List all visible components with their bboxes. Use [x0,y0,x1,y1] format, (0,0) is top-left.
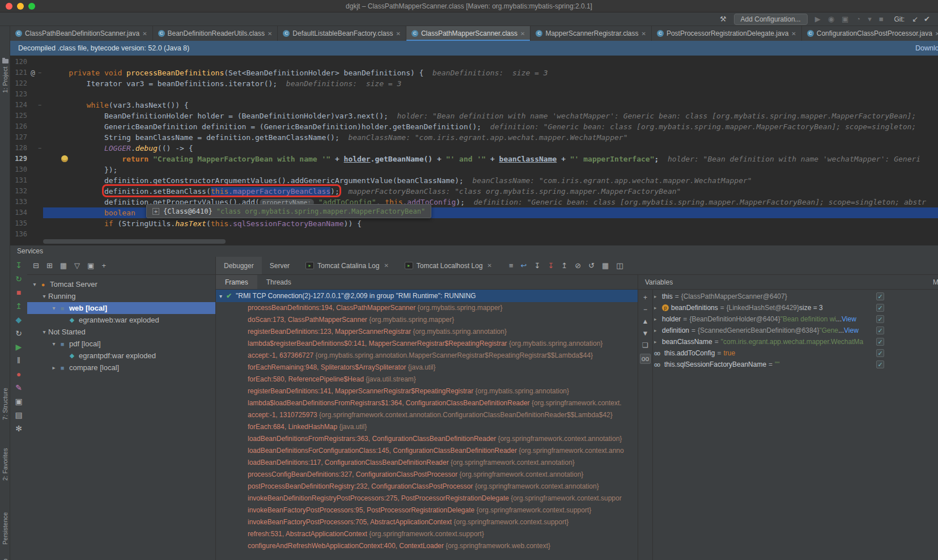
move-down-icon[interactable]: ▼ [642,330,649,337]
enabled-checkbox[interactable]: ✓ [876,315,884,323]
commit-icon[interactable]: ✔ [924,15,930,23]
editor-tab[interactable]: CMapperScannerRegistrar.class✕ [530,26,651,41]
fold-icon[interactable]: − [36,67,43,78]
stack-frame[interactable]: lambda$loadBeanDefinitionsFromRegistrars… [216,397,638,409]
debug-icon[interactable]: ◉ [828,15,834,23]
zoom-button[interactable] [28,3,35,10]
settings-icon[interactable]: ✻ [15,425,22,432]
stack-frame[interactable]: invokeBeanFactoryPostProcessors:705, Abs… [216,516,638,528]
tab-close-icon[interactable]: ✕ [935,31,938,37]
stack-frame[interactable]: forEach:580, ReferencePipeline$Head {jav… [216,374,638,385]
layout-settings-icon[interactable]: ≡ [509,262,513,269]
editor-tab[interactable]: CClassPathMapperScanner.class✕ [406,26,530,41]
debug-run-icon[interactable]: ▶ [16,343,22,351]
stripe-structure[interactable]: 7: Structure [2,388,9,420]
show-watches-icon[interactable]: oo [640,354,651,364]
variable-row[interactable]: ▸pbeanDefinitions={LinkedHashSet@6429} s… [654,302,875,313]
hotswap-icon[interactable]: ● [16,370,21,378]
run-icon[interactable]: ▶ [815,15,821,23]
services-tree-item[interactable]: ▾Not Started [27,326,215,338]
close-button[interactable] [6,3,12,10]
stack-frame[interactable]: loadBeanDefinitions:117, ConfigurationCl… [216,457,638,469]
update-project-icon[interactable]: ↙ [912,15,918,23]
services-tree-item[interactable]: ▾■pdf [local] [27,338,215,350]
enabled-checkbox[interactable]: ✓ [876,349,884,357]
coverage-icon[interactable]: ▣ [842,15,848,23]
code-editor[interactable]: 120121@− private void processBeanDefinit… [10,56,938,245]
thread-row[interactable]: ▾ ✔ "RMI TCP Connection(2)-127.0.0.1"@2,… [216,290,638,302]
stack-frame[interactable]: loadBeanDefinitionsFromRegistrars:363, C… [216,433,638,445]
stripe-project[interactable]: 1: Project [2,67,9,93]
layout-icon[interactable]: ▤ [15,411,22,419]
upload-icon[interactable]: ↥ [561,262,567,269]
tab-close-icon[interactable]: ✕ [384,262,388,269]
horizontal-scrollbar[interactable] [43,239,226,244]
expand-all-icon[interactable]: ⊞ [46,262,53,269]
tab-close-icon[interactable]: ✕ [396,31,401,37]
group-by-icon[interactable]: ▦ [60,262,67,269]
memory-panel-header[interactable]: M [933,275,938,290]
deploy-icon[interactable]: ↧ [15,261,22,269]
chevron-down-icon[interactable]: ▾ [868,15,872,23]
pause-icon[interactable]: ‖ [17,357,20,364]
intention-bulb-icon[interactable] [61,155,68,162]
edit-config-icon[interactable]: ✎ [15,384,22,392]
stack-frame[interactable]: doScan:173, ClassPathMapperScanner {org.… [216,314,638,326]
expand-arrow-icon[interactable]: ▸ [654,316,662,322]
float-mode-icon[interactable]: ◫ [616,262,623,269]
services-tree-item[interactable]: ▸■compare [local] [27,362,215,374]
stack-frame[interactable]: loadBeanDefinitionsForConfigurationClass… [216,445,638,457]
tree-chevron-icon[interactable]: ▾ [31,281,39,287]
grid-view-icon[interactable]: ▦ [602,262,609,269]
enabled-checkbox[interactable]: ✓ [876,326,884,334]
tree-chevron-icon[interactable]: ▾ [40,329,48,335]
stack-frame[interactable]: forEachRemaining:948, Spliterators$Array… [216,362,638,374]
expand-icon[interactable]: + [152,208,159,215]
stack-frame[interactable]: configureAndRefreshWebApplicationContext… [216,540,638,552]
thread-dump-icon[interactable]: ▣ [15,397,22,405]
tab-close-icon[interactable]: ✕ [791,31,796,37]
stop-icon[interactable]: ■ [16,289,21,296]
editor-tab[interactable]: CBeanDefinitionReaderUtils.class✕ [153,26,278,41]
rerun-icon[interactable]: ↻ [15,275,22,283]
tree-chevron-icon[interactable]: ▾ [40,293,48,299]
stack-frame[interactable]: postProcessBeanDefinitionRegistry:232, C… [216,481,638,493]
stack-frame[interactable]: lambda$registerBeanDefinitions$0:141, Ma… [216,338,638,350]
editor-tab[interactable]: CPostProcessorRegistrationDelegate.java✕ [652,26,802,41]
stack-frame[interactable]: processBeanDefinitions:194, ClassPathMap… [216,302,638,314]
stop-icon[interactable]: ■ [879,15,884,23]
stack-frame[interactable]: processConfigBeanDefinitions:327, Config… [216,469,638,481]
variable-row[interactable]: oothis.addToConfig=true [654,347,875,359]
tree-chevron-icon[interactable]: ▾ [50,341,58,347]
stripe-favorites[interactable]: 2: Favorites [2,448,9,481]
download-icon[interactable]: ↧ [547,262,554,269]
expand-arrow-icon[interactable]: ▸ [654,305,662,311]
artifact-icon[interactable]: ◆ [16,316,22,324]
enabled-checkbox[interactable]: ✓ [876,338,884,346]
fold-icon[interactable]: − [36,143,43,154]
collapse-all-icon[interactable]: ⊟ [33,262,39,269]
services-tree-item[interactable]: ▾■web [local] [27,302,215,314]
chevron-down-icon[interactable]: ▾ [219,293,222,299]
stack-frame[interactable]: accept:-1, 637366727 {org.mybatis.spring… [216,350,638,362]
refresh-icon[interactable]: ↻ [15,329,22,337]
build-icon[interactable]: ⚒ [720,15,727,23]
project-folder-icon[interactable] [2,59,9,63]
remove-watch-icon[interactable]: − [643,306,647,313]
redeploy-icon[interactable]: ↥ [15,302,22,310]
tree-chevron-icon[interactable]: ▾ [50,305,58,311]
expand-arrow-icon[interactable]: ▸ [654,328,662,333]
move-up-icon[interactable]: ▲ [642,318,649,325]
add-service-icon[interactable]: + [101,262,106,269]
tab-close-icon[interactable]: ✕ [487,262,492,269]
duplicate-icon[interactable]: ❏ [642,342,648,349]
enabled-checkbox[interactable]: ✓ [876,292,884,300]
enabled-checkbox[interactable]: ✓ [876,304,884,312]
stack-frame[interactable]: accept:-1, 1310725973 {org.springframewo… [216,409,638,421]
stack-frame[interactable]: refresh:531, AbstractApplicationContext … [216,528,638,540]
stack-frame[interactable]: registerBeanDefinitions:123, MapperScann… [216,326,638,338]
download-sources-link[interactable]: Downloa [915,44,938,52]
tab-close-icon[interactable]: ✕ [641,31,646,37]
frames-tab[interactable]: Threads [257,275,300,289]
minimize-button[interactable] [17,3,24,10]
